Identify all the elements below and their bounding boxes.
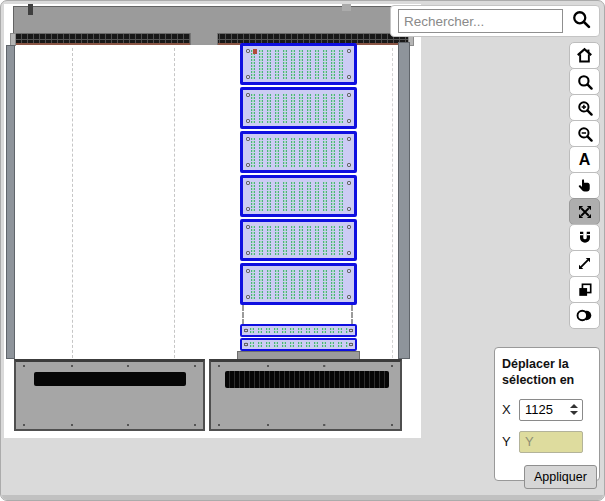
panel-title: Déplacer la sélection en [502,356,592,389]
rack-rail-left [6,45,15,359]
app-window: A Déplacer la sélection en X Y Appliquer [0,0,605,501]
pin-grid [251,137,347,167]
rack-module-thin[interactable] [240,338,357,351]
drawing-canvas[interactable] [4,4,421,438]
move-icon [576,203,594,221]
spin-down-icon[interactable] [570,411,578,415]
home-icon [575,46,594,65]
search-bar [390,5,600,37]
rack-rail-right [398,42,410,359]
y-label: Y [502,434,512,449]
window-bottom-edge [2,495,603,500]
zoom-in-icon [576,99,594,117]
pin-grid [250,341,348,348]
pin-grid [250,327,348,334]
x-spinbox [519,399,583,421]
spinner-arrows-icon[interactable] [570,404,578,415]
tool-hand-button[interactable] [569,172,600,199]
rack-module[interactable] [240,131,357,173]
tool-palette: A [569,42,600,329]
move-selection-panel: Déplacer la sélection en X Y Appliquer [494,347,600,481]
rack-top-panel [13,6,416,34]
tool-home-button[interactable] [569,42,600,69]
search-button[interactable] [568,8,594,34]
text-icon: A [579,152,591,168]
tool-overlap-circles-button[interactable] [569,302,600,329]
rack-module[interactable] [240,43,357,85]
vent-slot [225,371,389,388]
guide-line [174,48,175,358]
vent-slot [34,372,186,386]
spin-up-icon[interactable] [570,404,578,408]
tool-resize-diagonal-button[interactable] [569,250,600,277]
module-stub-line [351,305,353,325]
rack-module[interactable] [240,263,357,305]
guide-line [72,48,73,358]
cable-tray-connector [190,33,218,45]
tool-text-button[interactable]: A [569,146,600,173]
red-pin [253,49,257,54]
pin-grid [251,269,347,299]
rack-module[interactable] [240,87,357,129]
y-input[interactable] [519,431,583,453]
apply-button[interactable]: Appliquer [524,465,597,489]
pin-grid [251,181,347,211]
layers-icon [576,281,594,299]
module-stub-line [242,305,244,325]
overlap-circles-icon [575,306,594,325]
tool-move-button[interactable] [569,198,600,225]
cable-tab [28,4,33,15]
tool-magnet-button[interactable] [569,224,600,251]
search-input[interactable] [398,9,563,33]
pin-grid [251,93,347,123]
pin-grid [251,49,347,79]
tool-search-button[interactable] [569,68,600,95]
rack-module[interactable] [240,219,357,261]
base-panel-right [209,359,402,431]
rack-module[interactable] [240,175,357,217]
search-icon [576,73,594,91]
rack-module-thin[interactable] [240,324,357,337]
base-panel-left [14,359,205,431]
tool-layers-button[interactable] [569,276,600,303]
resize-diagonal-icon [576,255,593,272]
x-input[interactable] [520,402,561,417]
pin-grid [251,225,347,255]
tool-zoom-in-button[interactable] [569,94,600,121]
x-label: X [502,402,512,417]
magnet-icon [576,229,594,247]
guide-line [392,48,393,358]
cable-notch [342,4,351,11]
zoom-out-icon [576,125,594,143]
search-icon [571,9,592,33]
hand-icon [576,177,593,194]
tool-zoom-out-button[interactable] [569,120,600,147]
